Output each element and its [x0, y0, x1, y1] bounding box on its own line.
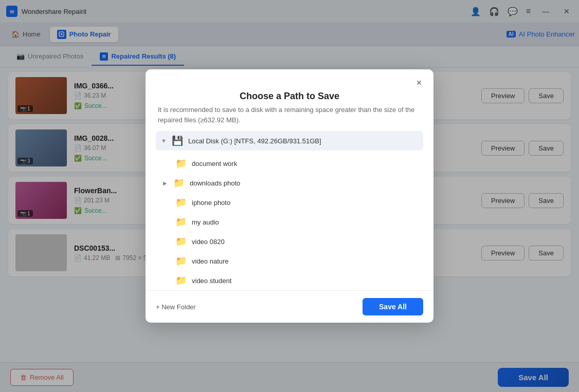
folder-icon: 📁 [175, 236, 187, 247]
drive-item[interactable]: ▼ 💾 Local Disk (G:) [NTFS, 492.26GB/931.… [156, 131, 423, 151]
folder-icon: 📁 [175, 255, 187, 267]
folder-label: my audio [192, 218, 219, 226]
list-item[interactable]: 📁 my audio [156, 212, 423, 232]
list-item[interactable]: 📁 document work [156, 154, 423, 173]
folder-icon: 📁 [175, 158, 187, 169]
list-item[interactable]: ▶ 📁 downloads photo [156, 173, 423, 193]
modal-footer: + New Folder Save All [146, 290, 433, 323]
folder-icon: 📁 [173, 177, 185, 189]
chevron-right-icon: ▶ [163, 180, 167, 186]
modal-header: × [146, 69, 433, 90]
new-folder-button[interactable]: + New Folder [156, 303, 196, 311]
save-path-modal: × Choose a Path to Save It is recommende… [146, 69, 433, 323]
folder-label: video student [192, 277, 231, 285]
folder-label: downloads photo [190, 179, 240, 187]
folder-label: iphone photo [192, 199, 230, 207]
list-item[interactable]: 📁 video nature [156, 251, 423, 271]
modal-subtitle: It is recommended to save to a disk with… [146, 105, 433, 131]
list-item[interactable]: 📁 iphone photo [156, 193, 423, 212]
drive-icon: 💾 [172, 135, 183, 146]
folder-icon: 📁 [175, 197, 187, 208]
list-item[interactable]: 📁 video student [156, 271, 423, 290]
drive-label: Local Disk (G:) [NTFS, 492.26GB/931.51GB… [188, 137, 321, 145]
modal-save-all-button[interactable]: Save All [363, 298, 423, 315]
folder-icon: 📁 [175, 216, 187, 228]
modal-overlay: × Choose a Path to Save It is recommende… [0, 0, 579, 392]
modal-body: ▼ 💾 Local Disk (G:) [NTFS, 492.26GB/931.… [146, 131, 433, 290]
modal-close-button[interactable]: × [412, 76, 426, 90]
folder-label: video 0820 [192, 238, 225, 246]
list-item[interactable]: 📁 video 0820 [156, 232, 423, 251]
folder-label: video nature [192, 257, 229, 265]
folder-icon: 📁 [175, 275, 187, 286]
folder-label: document work [192, 160, 237, 167]
chevron-down-icon: ▼ [161, 138, 167, 144]
modal-title: Choose a Path to Save [146, 90, 433, 105]
